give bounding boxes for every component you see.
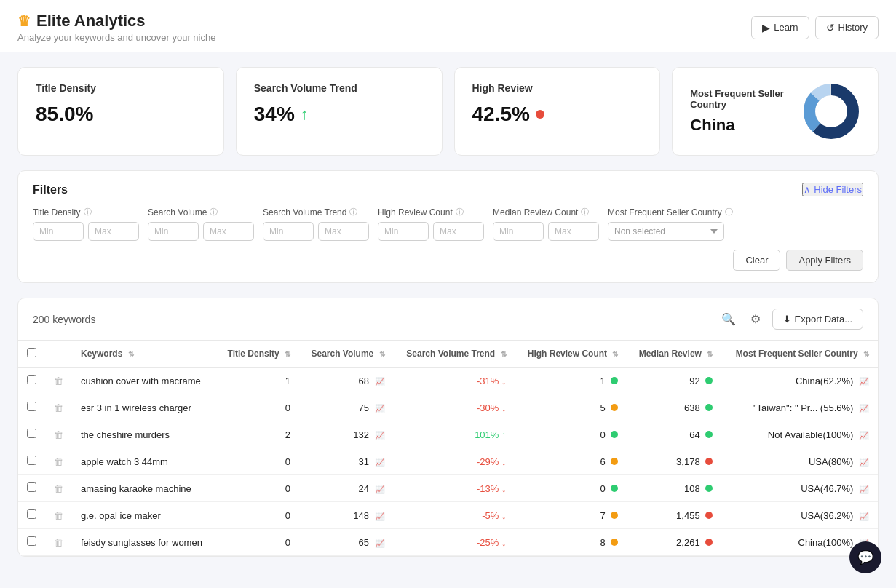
row-search-volume-trend: -29% ↓: [394, 448, 515, 475]
search-volume-trend-info-icon[interactable]: ⓘ: [349, 207, 357, 218]
page-header: ♛ Elite Analytics Analyze your keywords …: [0, 0, 896, 52]
search-volume-min[interactable]: [148, 222, 199, 241]
export-label: Export Data...: [795, 314, 852, 325]
high-review-min[interactable]: [378, 222, 429, 241]
row-title-density: 0: [216, 448, 299, 475]
history-label: History: [838, 22, 868, 33]
video-icon: ▶: [762, 22, 770, 33]
chat-icon: 💬: [857, 549, 873, 565]
row-seller-country: USA(80%) 📈: [721, 448, 878, 475]
high-review-dot: [611, 485, 618, 492]
row-median-review: 1,455: [627, 502, 721, 529]
row-keyword: amasing karaoke machine: [72, 475, 216, 502]
median-review-max[interactable]: [548, 222, 599, 241]
delete-row-icon[interactable]: 🗑: [54, 376, 63, 386]
trend-up-icon: ↑: [301, 105, 309, 124]
history-button[interactable]: ↺ History: [815, 16, 879, 39]
high-review-dot: [611, 404, 618, 411]
delete-row-icon[interactable]: 🗑: [54, 402, 63, 413]
filter-search-volume: Search Volume ⓘ: [148, 207, 254, 241]
search-volume-trend-max[interactable]: [318, 222, 369, 241]
row-title-density: 0: [216, 529, 299, 556]
row-checkbox-2[interactable]: [27, 429, 36, 438]
row-checkbox-4[interactable]: [27, 482, 36, 492]
clear-button[interactable]: Clear: [733, 250, 780, 271]
seller-country-info-icon[interactable]: ⓘ: [725, 207, 733, 218]
row-checkbox-5[interactable]: [27, 509, 36, 519]
row-delete-cell: 🗑: [45, 368, 72, 394]
search-volume-sort-icon[interactable]: ⇅: [379, 350, 385, 358]
delete-row-icon[interactable]: 🗑: [54, 456, 63, 467]
filters-row: Title Density ⓘ Search Volume ⓘ: [33, 207, 863, 241]
high-review-max[interactable]: [433, 222, 484, 241]
settings-button[interactable]: ⚙: [748, 309, 764, 329]
keywords-sort-icon[interactable]: ⇅: [128, 350, 134, 358]
search-volume-info-icon[interactable]: ⓘ: [210, 207, 218, 218]
row-checkbox-cell: [18, 475, 45, 502]
median-review-dot: [705, 404, 713, 411]
row-search-volume: 132 📈: [299, 421, 394, 448]
country-chart-icon: 📈: [859, 458, 869, 466]
delete-row-icon[interactable]: 🗑: [54, 510, 63, 521]
country-chart-icon: 📈: [859, 512, 869, 520]
delete-row-icon[interactable]: 🗑: [54, 483, 63, 494]
mr-sort-icon[interactable]: ⇅: [707, 350, 713, 358]
seller-country-select[interactable]: Non selected China USA Taiwan Not Availa…: [608, 222, 724, 241]
title-density-label: Title Density: [36, 82, 206, 94]
hrc-sort-icon[interactable]: ⇅: [612, 350, 618, 358]
row-search-volume: 24 📈: [299, 475, 394, 502]
row-seller-country: Not Available(100%) 📈: [721, 421, 878, 448]
title-density-min[interactable]: [33, 222, 84, 241]
donut-svg: [802, 82, 860, 140]
row-checkbox-3[interactable]: [27, 456, 36, 465]
median-review-min[interactable]: [493, 222, 544, 241]
title-density-sort-icon[interactable]: ⇅: [285, 350, 290, 358]
median-review-count-inputs: [493, 222, 599, 241]
median-review-info-icon[interactable]: ⓘ: [581, 207, 589, 218]
hide-filters-button[interactable]: ∧ Hide Filters: [802, 183, 863, 196]
select-all-checkbox[interactable]: [27, 348, 36, 357]
learn-label: Learn: [774, 22, 798, 33]
search-volume-trend-min[interactable]: [263, 222, 314, 241]
title-density-max[interactable]: [88, 222, 139, 241]
search-volume-trend-label: Search Volume Trend: [254, 82, 424, 94]
filter-seller-country-label: Most Frequent Seller Country ⓘ: [608, 207, 733, 218]
search-volume-max[interactable]: [203, 222, 254, 241]
svt-sort-icon[interactable]: ⇅: [501, 350, 507, 358]
main-content: Title Density 85.0% Search Volume Trend …: [0, 52, 896, 571]
delete-row-icon[interactable]: 🗑: [54, 429, 63, 440]
app-title: Elite Analytics: [36, 12, 146, 31]
col-keywords: Keywords ⇅: [72, 341, 216, 368]
crown-icon: ♛: [17, 12, 31, 30]
row-median-review: 108: [627, 475, 721, 502]
history-icon: ↺: [826, 22, 835, 33]
page-title: ♛ Elite Analytics: [17, 12, 215, 31]
row-median-review: 3,178: [627, 448, 721, 475]
table-toolbar: 200 keywords 🔍 ⚙ ⬇ Export Data...: [18, 298, 878, 341]
learn-button[interactable]: ▶ Learn: [751, 16, 809, 39]
row-delete-cell: 🗑: [45, 475, 72, 502]
row-median-review: 64: [627, 421, 721, 448]
row-search-volume: 31 📈: [299, 448, 394, 475]
high-review-info-icon[interactable]: ⓘ: [456, 207, 464, 218]
row-checkbox-6[interactable]: [27, 536, 36, 546]
delete-row-icon[interactable]: 🗑: [54, 537, 63, 548]
table-row: 🗑 apple watch 3 44mm 0 31 📈 -29% ↓ 6 3,1…: [18, 448, 878, 475]
row-search-volume-trend: 101% ↑: [394, 421, 515, 448]
high-review-dot: [611, 377, 618, 384]
filters-header: Filters ∧ Hide Filters: [33, 183, 863, 196]
search-button[interactable]: 🔍: [718, 309, 739, 329]
export-button[interactable]: ⬇ Export Data...: [772, 309, 863, 330]
filter-seller-country: Most Frequent Seller Country ⓘ Non selec…: [608, 207, 733, 241]
title-density-info-icon[interactable]: ⓘ: [84, 207, 92, 218]
chat-button[interactable]: 💬: [849, 541, 881, 571]
keyword-count: 200 keywords: [33, 314, 95, 325]
row-checkbox-1[interactable]: [27, 402, 36, 411]
apply-filters-button[interactable]: Apply Filters: [786, 250, 863, 271]
chart-icon: 📈: [375, 377, 385, 386]
sc-sort-icon[interactable]: ⇅: [863, 350, 869, 358]
row-checkbox-0[interactable]: [27, 375, 36, 384]
header-actions: ▶ Learn ↺ History: [751, 16, 879, 39]
col-delete: [45, 341, 72, 368]
row-median-review: 2,261: [627, 529, 721, 556]
